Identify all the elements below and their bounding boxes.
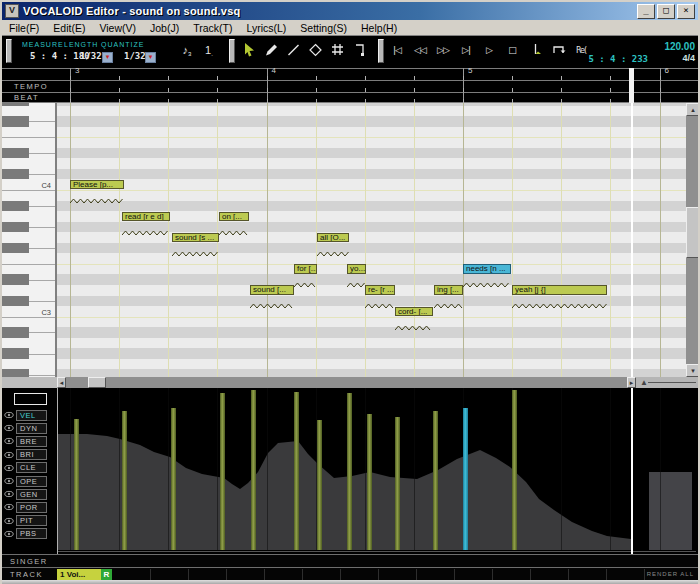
param-button-pit[interactable]: PIT xyxy=(16,515,47,526)
note-block[interactable]: read [r e d] xyxy=(122,212,170,222)
render-all-button[interactable]: RENDER ALL xyxy=(647,571,694,577)
toolbar-grip[interactable] xyxy=(229,39,235,63)
eye-icon[interactable] xyxy=(4,517,14,525)
velocity-bar[interactable] xyxy=(433,411,438,550)
track-row[interactable]: TRACK 1 Voi... R RENDER ALL xyxy=(2,567,700,580)
menu-item-setting[interactable]: Setting(S) xyxy=(293,22,354,34)
line-tool-icon[interactable] xyxy=(284,42,302,59)
fast-forward-icon[interactable]: ▷▷ xyxy=(434,42,452,59)
zoom-slider[interactable]: ▲ xyxy=(636,377,700,388)
vscroll-thumb[interactable] xyxy=(686,207,700,258)
menu-item-edit[interactable]: Edit(E) xyxy=(46,22,92,34)
param-button-gen[interactable]: GEN xyxy=(16,489,47,500)
black-key[interactable] xyxy=(2,296,29,307)
go-to-start-icon[interactable]: |◁ xyxy=(388,42,406,59)
vscroll-down-icon[interactable]: ▾ xyxy=(686,364,700,377)
play-icon[interactable]: ▷ xyxy=(480,42,498,59)
note-block[interactable]: Please [p... xyxy=(70,180,124,190)
menu-item-view[interactable]: View(V) xyxy=(92,22,143,34)
black-key[interactable] xyxy=(2,103,29,106)
note-block[interactable]: re- [r ... xyxy=(365,285,395,295)
piano-keyboard[interactable]: C4C3 xyxy=(2,103,55,377)
parameter-graph[interactable] xyxy=(57,388,696,554)
velocity-bar[interactable] xyxy=(347,393,352,550)
eye-icon[interactable] xyxy=(4,530,14,538)
loop-icon[interactable] xyxy=(549,42,567,59)
eye-icon[interactable] xyxy=(4,451,14,459)
black-key[interactable] xyxy=(2,274,29,285)
param-button-cle[interactable]: CLE xyxy=(16,462,47,473)
eye-icon[interactable] xyxy=(4,411,14,419)
velocity-bar[interactable] xyxy=(251,390,256,550)
black-key[interactable] xyxy=(2,148,29,159)
measure-ruler[interactable]: TEMPO BEAT 3456 xyxy=(2,64,700,103)
note-selected[interactable]: needs [n ... xyxy=(463,264,511,274)
black-key[interactable] xyxy=(2,327,29,338)
velocity-bar[interactable] xyxy=(220,393,225,550)
go-to-end-icon[interactable]: ▷| xyxy=(457,42,475,59)
zoom-slider-thumb[interactable]: ▲ xyxy=(640,378,648,387)
note-insert-tool-icon[interactable] xyxy=(350,42,368,59)
stop-icon[interactable]: □ xyxy=(503,42,521,59)
note-block[interactable]: sound [s ... xyxy=(172,233,219,243)
note-block[interactable]: yo... xyxy=(347,264,366,274)
note-block[interactable]: yeah [j {] xyxy=(512,285,607,295)
param-button-bre[interactable]: BRE xyxy=(16,436,47,447)
singer-row[interactable]: SINGER xyxy=(2,554,700,567)
velocity-bar-selected[interactable] xyxy=(463,408,468,550)
eye-icon[interactable] xyxy=(4,503,14,511)
maximize-button[interactable]: □ xyxy=(657,4,675,19)
velocity-bar[interactable] xyxy=(367,414,372,550)
quantize-dropdown-icon[interactable]: ▾ xyxy=(145,52,156,63)
rewind-icon[interactable]: ◁◁ xyxy=(411,42,429,59)
black-key[interactable] xyxy=(2,116,29,127)
menu-item-file[interactable]: File(F) xyxy=(2,22,46,34)
hscroll-thumb[interactable] xyxy=(88,377,106,388)
vscroll-up-icon[interactable]: ▴ xyxy=(686,103,700,116)
hscroll-left-icon[interactable]: ◂ xyxy=(57,377,66,388)
menu-item-lyrics[interactable]: Lyrics(L) xyxy=(239,22,293,34)
velocity-bar[interactable] xyxy=(512,390,517,550)
eraser-tool-icon[interactable] xyxy=(306,42,324,59)
note-block[interactable]: on [... xyxy=(219,212,249,222)
triplet-note-button[interactable]: ♪3 xyxy=(178,42,196,59)
eye-icon[interactable] xyxy=(4,437,14,445)
black-key[interactable] xyxy=(2,169,29,180)
track-render-button[interactable]: R xyxy=(101,569,112,580)
eye-icon[interactable] xyxy=(4,490,14,498)
render-icon[interactable]: Re( xyxy=(572,42,590,59)
velocity-bar[interactable] xyxy=(294,392,299,550)
velocity-bar[interactable] xyxy=(122,411,127,550)
hscroll-right-icon[interactable]: ▸ xyxy=(627,377,636,388)
velocity-bar[interactable] xyxy=(317,420,322,550)
hscroll-track[interactable] xyxy=(57,377,636,388)
toolbar-grip[interactable] xyxy=(6,39,12,63)
velocity-bar[interactable] xyxy=(74,419,79,550)
eye-icon[interactable] xyxy=(4,477,14,485)
note-block[interactable]: sound [... xyxy=(250,285,294,295)
pencil-tool-icon[interactable] xyxy=(262,42,280,59)
param-button-pbs[interactable]: PBS xyxy=(16,528,47,539)
toolbar-grip[interactable] xyxy=(378,39,384,63)
note-block[interactable]: cord- [... xyxy=(395,307,433,317)
param-button-vel[interactable]: VEL xyxy=(16,410,47,421)
menu-item-job[interactable]: Job(J) xyxy=(143,22,186,34)
param-button-por[interactable]: POR xyxy=(16,502,47,513)
param-button-dyn[interactable]: DYN xyxy=(16,423,47,434)
param-button-ope[interactable]: OPE xyxy=(16,476,47,487)
minimize-button[interactable]: _ xyxy=(637,4,655,19)
velocity-bar[interactable] xyxy=(171,408,176,550)
eye-icon[interactable] xyxy=(4,424,14,432)
horizontal-scrollbar[interactable]: ◂ ▸ ▲ xyxy=(2,377,700,388)
grid-toggle-icon[interactable] xyxy=(328,42,346,59)
eye-icon[interactable] xyxy=(4,464,14,472)
note-block[interactable]: for [... xyxy=(294,264,317,274)
black-key[interactable] xyxy=(2,369,29,377)
black-key[interactable] xyxy=(2,348,29,359)
title-bar[interactable]: V VOCALOID Editor - sound on sound.vsq _… xyxy=(2,2,698,20)
dotted-note-button[interactable]: 1. xyxy=(200,42,218,59)
track-tab[interactable]: 1 Voi... xyxy=(57,569,101,580)
velocity-bar[interactable] xyxy=(395,417,400,550)
note-block[interactable]: all [O... xyxy=(317,233,349,243)
black-key[interactable] xyxy=(2,222,29,233)
